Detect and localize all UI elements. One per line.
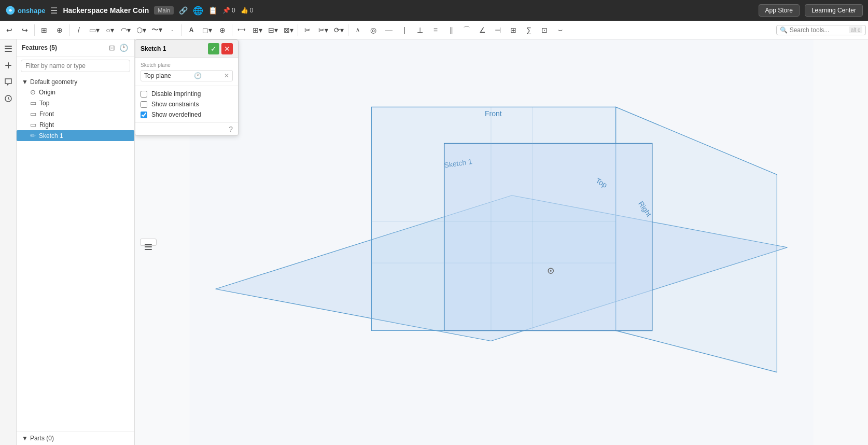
trim-button[interactable]: ✂ [300,23,315,37]
plane-clear-icon[interactable]: ✕ [224,72,229,79]
text-button[interactable]: A [184,23,199,37]
svg-rect-23 [145,246,152,247]
freehand-dropdown[interactable]: 〜▾ [149,23,164,37]
plane-icon-3: ▭ [30,121,36,129]
like-icon: 👍 [241,7,248,14]
top-plane-item[interactable]: ▭ Top [17,98,134,108]
show-constraints-checkbox[interactable] [141,101,147,108]
search-input[interactable] [790,26,847,34]
disable-imprinting-checkbox[interactable] [141,91,147,98]
list-icon[interactable] [140,239,157,246]
spline-button[interactable]: ⌣ [553,23,567,37]
app-store-button[interactable]: App Store [759,4,800,17]
right-plane-item[interactable]: ▭ Right [17,119,134,130]
search-icon: 🔍 [780,26,788,34]
viewport[interactable]: Sketch 1 ✓ ✕ Sketch plane Top plane 🕐 ✕ … [135,39,868,445]
parts-section[interactable]: ▼ Parts (0) [17,431,134,445]
rectangle-dropdown[interactable]: ▭▾ [87,23,102,37]
plane-icon-2: ▭ [30,110,36,118]
show-overdefined-option[interactable]: Show overdefined [141,111,233,118]
perpendicular-button[interactable]: ⊥ [413,23,427,37]
auto-dim-dropdown[interactable]: ⊞▾ [250,23,264,37]
link-icon[interactable]: 🔗 [179,6,188,15]
redo-button[interactable]: ↪ [18,23,32,37]
sketch-mirror[interactable]: ⊕ [215,23,230,37]
feature-list-icon[interactable] [2,43,15,55]
separator-6 [348,24,348,36]
main-layout: Features (5) ⊡ 🕐 ▼ Default geometry ⊙ Or… [0,39,868,445]
vertical-button[interactable]: | [397,23,412,37]
3d-scene: Sketch 1 Front Top Right [135,39,868,445]
sidebar: Features (5) ⊡ 🕐 ▼ Default geometry ⊙ Or… [17,39,135,445]
onshape-logo: onshape [5,5,45,16]
plane-name: Top plane [144,72,171,79]
parallel-button[interactable]: ∥ [444,23,458,37]
coincident-button[interactable]: ∧ [351,23,365,37]
tangent-button[interactable]: ⌒ [459,23,474,37]
sketch-panel-footer: ? [135,122,238,135]
circle-dropdown[interactable]: ○▾ [103,23,117,37]
svg-marker-11 [444,144,652,331]
origin-icon: ⊙ [30,88,36,96]
transform-button[interactable]: ⊕ [52,23,67,37]
sidebar-history-icon[interactable]: 🕐 [118,43,129,53]
document-title: Hackerspace Maker Coin [63,6,149,15]
svg-rect-1 [5,46,12,47]
copy-icon[interactable]: 📋 [208,6,217,15]
chevron-down-icon: ▼ [22,78,28,86]
point-button[interactable]: · [165,23,179,37]
cancel-sketch-button[interactable]: ✕ [221,43,233,54]
topbar: onshape ☰ Hackerspace Maker Coin Main 🔗 … [0,0,868,21]
offset-dropdown[interactable]: ⟳▾ [331,23,346,37]
svg-rect-22 [145,244,152,245]
origin-item[interactable]: ⊙ Origin [17,87,134,98]
globe-icon[interactable]: 🌐 [193,6,203,16]
line-button[interactable]: / [72,23,86,37]
svg-rect-2 [5,48,12,49]
show-overdefined-checkbox[interactable] [141,112,147,118]
chevron-down-icon-2: ▼ [22,435,28,442]
front-plane-item[interactable]: ▭ Front [17,108,134,119]
plane-history-icon[interactable]: 🕐 [194,72,202,79]
svg-rect-24 [145,249,152,250]
branch-badge[interactable]: Main [154,6,174,15]
sum-button[interactable]: ∑ [522,23,536,37]
svg-rect-5 [5,65,11,66]
undo-button[interactable]: ↩ [2,23,17,37]
separator-4 [232,24,232,36]
comments-icon[interactable] [2,76,15,88]
constraint-dropdown[interactable]: ⊠▾ [281,23,296,37]
parts-button[interactable]: ⊞ [37,23,51,37]
confirm-sketch-button[interactable]: ✓ [208,43,219,54]
sketch1-item[interactable]: ✏ Sketch 1 [17,130,134,141]
horizontal-button[interactable]: — [382,23,396,37]
midpoint-button[interactable]: ⊣ [491,23,505,37]
use-dropdown[interactable]: ◻▾ [200,23,214,37]
help-icon[interactable]: ? [229,125,233,133]
sidebar-view-icon[interactable]: ⊡ [108,43,116,53]
grid-dropdown[interactable]: ⊟▾ [265,23,280,37]
hamburger-icon[interactable]: ☰ [50,6,58,16]
show-constraints-option[interactable]: Show constraints [141,101,233,108]
arc-dropdown[interactable]: ◠▾ [118,23,133,37]
filter-input[interactable] [21,60,130,72]
sketch-icon: ✏ [30,132,36,140]
default-geometry-group[interactable]: ▼ Default geometry [17,77,134,87]
dimension-button[interactable]: ⟷ [234,23,249,37]
angle-button[interactable]: ∠ [475,23,489,37]
add-feature-icon[interactable] [2,59,15,72]
pattern-button[interactable]: ⊡ [537,23,552,37]
pin-counter: 📌 0 [222,7,235,14]
equal-button[interactable]: = [428,23,443,37]
polygon-dropdown[interactable]: ⬡▾ [134,23,148,37]
svg-text:Front: Front [485,109,502,118]
symmetric-button[interactable]: ⊞ [506,23,521,37]
learning-center-button[interactable]: Learning Center [805,4,863,17]
plane-selector[interactable]: Top plane 🕐 ✕ [141,70,233,81]
circle-constraint[interactable]: ◎ [366,23,381,37]
history-icon[interactable] [2,92,15,105]
extend-dropdown[interactable]: ✂▾ [316,23,330,37]
disable-imprinting-option[interactable]: Disable imprinting [141,90,233,98]
sketch-panel: Sketch 1 ✓ ✕ Sketch plane Top plane 🕐 ✕ … [135,39,239,136]
shortcut-hint: alt c [849,26,862,33]
